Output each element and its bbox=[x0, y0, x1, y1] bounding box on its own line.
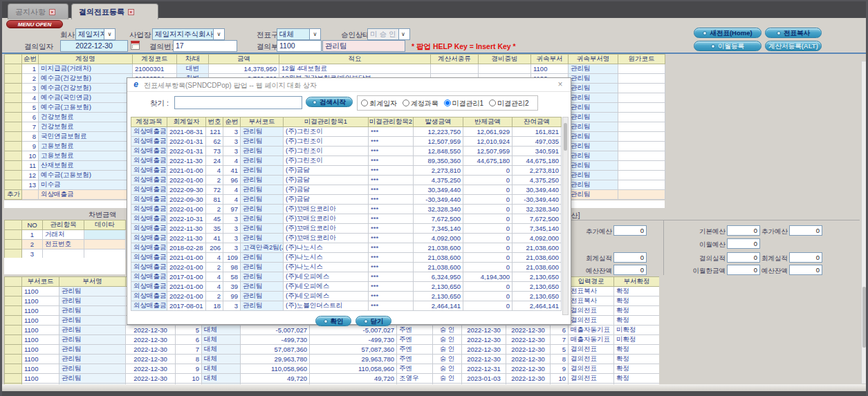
cell[interactable]: *** bbox=[369, 166, 414, 176]
radio-icon[interactable] bbox=[489, 100, 496, 106]
cell[interactable]: 57,087,360 bbox=[310, 345, 397, 355]
cell[interactable]: 2021-01-00 bbox=[167, 166, 206, 176]
cell[interactable]: 13 bbox=[22, 180, 39, 190]
column-header[interactable]: 귀속부서 bbox=[531, 55, 569, 64]
table-row[interactable]: 외상매출금2022-10-31453관리팀(주)꼬매요코리아***7,672,5… bbox=[131, 214, 562, 224]
cell[interactable]: *** bbox=[369, 282, 414, 292]
cell[interactable]: 4 bbox=[206, 282, 223, 292]
table-row[interactable]: 외상매출금2022-01-00299관리팀(주)네오피에스***2,130,65… bbox=[131, 292, 562, 301]
cell[interactable]: (주)그린조이 bbox=[284, 156, 369, 166]
cell[interactable]: 예수금(고용보험) bbox=[39, 171, 133, 180]
cell[interactable]: 외상매출금 bbox=[131, 292, 167, 301]
column-header[interactable]: 회계일자 bbox=[167, 117, 206, 127]
cell[interactable]: 거래처 bbox=[43, 230, 84, 240]
cell[interactable]: 대체 bbox=[202, 364, 241, 374]
column-header[interactable] bbox=[5, 277, 22, 287]
cell[interactable] bbox=[618, 93, 665, 103]
cell[interactable]: 미확정 bbox=[614, 335, 660, 345]
table-row[interactable]: 외상매출금2022-01-31623관리팀(주)그린조이***12,507,95… bbox=[131, 137, 562, 147]
cell[interactable]: 2022-12-30 bbox=[126, 326, 176, 335]
table-row[interactable]: 외상매출금2022-11-30413관리팀(주)꼬매요코리아***4,092,0… bbox=[131, 234, 562, 243]
cell[interactable]: -30,349,440 bbox=[513, 195, 562, 205]
cell[interactable]: 30,349,440 bbox=[414, 185, 463, 195]
cell[interactable]: 6 bbox=[551, 326, 569, 335]
budget-base-input[interactable]: 0 bbox=[727, 225, 760, 236]
cell[interactable]: 2022-12-30 bbox=[126, 355, 176, 364]
cell[interactable]: (주)금담 bbox=[284, 166, 369, 176]
cell[interactable]: 7 bbox=[551, 335, 569, 345]
cell[interactable]: 외상매출금 bbox=[131, 214, 167, 224]
radio-icon[interactable] bbox=[403, 100, 409, 106]
cell[interactable]: 승 인 bbox=[433, 335, 462, 345]
cell[interactable]: 96 bbox=[223, 176, 241, 185]
cell[interactable]: 건강보험료 bbox=[39, 113, 133, 122]
table-row[interactable]: 외상매출금2022-09-30814관리팀(주)금담***-30,349,440… bbox=[131, 195, 562, 205]
cell[interactable]: 2 bbox=[22, 74, 39, 84]
cell[interactable]: *** bbox=[369, 127, 414, 137]
cell[interactable] bbox=[5, 355, 22, 364]
cell[interactable] bbox=[618, 161, 665, 171]
cell[interactable] bbox=[618, 74, 665, 84]
cell[interactable]: 12,848,550 bbox=[414, 147, 463, 156]
radio-acct-date[interactable]: 회계일자 bbox=[361, 99, 397, 109]
radio-open2[interactable]: 미결관리2 bbox=[489, 99, 529, 109]
cell[interactable] bbox=[5, 364, 22, 374]
cell[interactable]: 예수금(건강보험) bbox=[39, 84, 133, 93]
cell[interactable] bbox=[5, 113, 22, 122]
cell[interactable] bbox=[5, 142, 22, 151]
cell[interactable]: 2022-01-00 bbox=[167, 205, 206, 214]
cell[interactable]: 관리팀 bbox=[241, 147, 284, 156]
cell[interactable]: 승 인 bbox=[433, 374, 462, 384]
column-header[interactable]: 계정코드 bbox=[133, 55, 177, 64]
cell[interactable]: 확정 bbox=[614, 306, 660, 316]
budget-acct-input[interactable]: 0 bbox=[613, 252, 647, 263]
cell[interactable]: 0 bbox=[463, 301, 513, 311]
cell[interactable] bbox=[618, 171, 665, 180]
cell[interactable]: 2022-12-30 bbox=[506, 374, 551, 384]
cell[interactable]: 18 bbox=[206, 301, 223, 311]
cell[interactable]: 2022-12-30 bbox=[462, 335, 506, 345]
cell[interactable]: 2022-12-30 bbox=[462, 345, 506, 355]
cell[interactable] bbox=[5, 374, 22, 384]
cell[interactable]: 35 bbox=[206, 224, 223, 234]
column-header[interactable]: 데이타 bbox=[84, 220, 126, 230]
cell[interactable]: 81 bbox=[206, 195, 223, 205]
find-input[interactable] bbox=[174, 96, 302, 109]
tab-slip-register[interactable]: 결의전표등록✕ bbox=[71, 3, 158, 19]
tab-close-icon[interactable]: ✕ bbox=[49, 9, 55, 15]
table-row[interactable]: 외상매출금2017-01-00458관리팀(주)네오피에스***6,324,95… bbox=[131, 272, 562, 282]
cell[interactable] bbox=[618, 113, 665, 122]
cell[interactable]: (주)그린조이 bbox=[284, 127, 369, 137]
cell[interactable]: 대체 bbox=[202, 355, 241, 364]
cell[interactable]: 49,720 bbox=[310, 374, 397, 384]
cell[interactable]: 44,675,180 bbox=[463, 156, 513, 166]
cell[interactable]: 전표복사 bbox=[569, 296, 614, 306]
cell[interactable]: *** bbox=[369, 263, 414, 272]
column-header[interactable]: 관리항목 bbox=[43, 220, 84, 230]
budget-resolve-input[interactable]: 0 bbox=[727, 252, 760, 263]
cell[interactable]: 2022-11-30 bbox=[167, 224, 206, 234]
cell[interactable] bbox=[618, 103, 665, 113]
budget-add2-input[interactable]: 0 bbox=[789, 225, 822, 236]
cell[interactable]: 관리팀 bbox=[241, 137, 284, 147]
cell[interactable]: 외상매출금 bbox=[131, 234, 167, 243]
cell[interactable]: 주엔 bbox=[397, 355, 433, 364]
tab-notice[interactable]: 공지사항✕ bbox=[8, 3, 68, 19]
cell[interactable]: 주엔 bbox=[397, 335, 433, 345]
cell[interactable]: 대체 bbox=[202, 335, 241, 345]
cell[interactable]: (주)노블인더스트리 bbox=[284, 301, 369, 311]
cell[interactable]: 대체 bbox=[202, 326, 241, 335]
column-header[interactable]: 부서명 bbox=[59, 277, 126, 287]
table-row[interactable]: 1미지급금(거래처)21000301대변14,378,95012월 4대보험료1… bbox=[5, 64, 665, 74]
cell[interactable]: 99 bbox=[223, 292, 241, 301]
cell[interactable]: 외상매출금 bbox=[131, 253, 167, 263]
cell[interactable]: 2022-10-31 bbox=[167, 214, 206, 224]
column-header[interactable]: 잔여금액 bbox=[513, 117, 562, 127]
cell[interactable]: 21,038,600 bbox=[513, 253, 562, 263]
cell[interactable]: 1100 bbox=[22, 296, 59, 306]
column-header[interactable]: 금액 bbox=[209, 55, 279, 64]
column-header[interactable] bbox=[5, 220, 22, 230]
cell[interactable]: 외상매출금 bbox=[131, 185, 167, 195]
cell[interactable]: (주)꼬매요코리아 bbox=[284, 234, 369, 243]
cell[interactable]: -5,007,027 bbox=[241, 326, 310, 335]
